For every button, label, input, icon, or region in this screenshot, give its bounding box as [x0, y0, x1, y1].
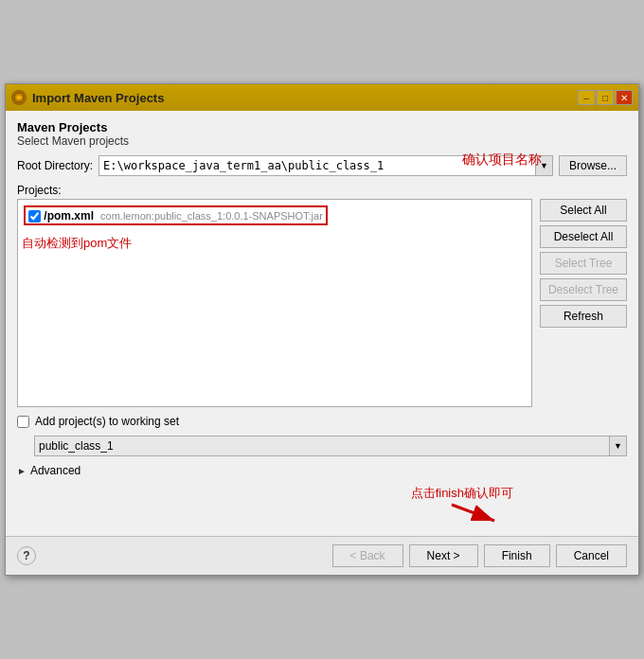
select-all-button[interactable]: Select All — [540, 199, 627, 222]
working-set-label: Add project(s) to working set — [35, 415, 179, 428]
project-item: /pom.xml com.lemon:public_class_1:0.0.1-… — [22, 204, 528, 227]
cancel-button[interactable]: Cancel — [556, 544, 627, 567]
working-set-combo[interactable]: ▼ — [34, 436, 627, 456]
working-set-input[interactable] — [35, 436, 609, 455]
nav-buttons: < Back Next > Finish Cancel — [332, 544, 627, 567]
project-checkbox[interactable] — [28, 210, 41, 223]
projects-buttons: Select All Deselect All Select Tree Dese… — [540, 199, 627, 407]
bottom-bar: ? < Back Next > Finish Cancel — [6, 536, 638, 575]
help-button[interactable]: ? — [17, 546, 36, 565]
working-set-combo-row: ▼ — [34, 436, 627, 456]
working-set-row: Add project(s) to working set — [17, 415, 627, 428]
close-button[interactable]: ✕ — [616, 90, 633, 105]
title-bar: Import Maven Projects – □ ✕ — [6, 84, 638, 111]
section-header-area: Maven Projects Select Maven projects — [17, 120, 627, 148]
select-tree-button[interactable]: Select Tree — [540, 252, 627, 275]
dialog-content: Maven Projects Select Maven projects Roo… — [6, 111, 638, 536]
minimize-button[interactable]: – — [578, 90, 595, 105]
root-dir-combo[interactable]: ▼ — [98, 155, 553, 176]
next-button[interactable]: Next > — [409, 544, 478, 567]
projects-area: /pom.xml com.lemon:public_class_1:0.0.1-… — [17, 199, 627, 407]
project-item-name: /pom.xml — [41, 209, 94, 223]
advanced-expand-arrow: ► — [17, 466, 27, 476]
advanced-label: Advanced — [30, 464, 80, 477]
import-maven-dialog: Import Maven Projects – □ ✕ Maven Projec… — [5, 83, 639, 576]
root-dir-row: Root Directory: ▼ Browse... 确认项目名称 — [17, 155, 627, 176]
root-dir-dropdown-arrow[interactable]: ▼ — [535, 156, 552, 175]
deselect-all-button[interactable]: Deselect All — [540, 225, 627, 248]
root-dir-label: Root Directory: — [17, 159, 93, 172]
browse-button[interactable]: Browse... — [559, 155, 627, 176]
projects-label: Projects: — [17, 184, 627, 197]
refresh-button[interactable]: Refresh — [540, 305, 627, 328]
red-arrow-svg — [447, 500, 504, 526]
pom-item-box: /pom.xml com.lemon:public_class_1:0.0.1-… — [24, 205, 328, 225]
svg-line-2 — [452, 505, 494, 521]
window-icon — [11, 90, 27, 105]
advanced-row[interactable]: ► Advanced — [17, 464, 627, 477]
section-title: Maven Projects — [17, 120, 627, 134]
maximize-button[interactable]: □ — [597, 90, 614, 105]
section-subtitle: Select Maven projects — [17, 134, 627, 148]
finish-annotation-area: 点击finish确认即可 — [17, 485, 627, 526]
root-dir-input[interactable] — [99, 156, 535, 175]
working-set-dropdown-arrow[interactable]: ▼ — [609, 436, 626, 455]
project-item-artifact: com.lemon:public_class_1:0.0.1-SNAPSHOT:… — [98, 210, 323, 222]
back-button[interactable]: < Back — [332, 544, 403, 567]
window-title: Import Maven Projects — [32, 91, 164, 105]
finish-button[interactable]: Finish — [484, 544, 550, 567]
dialog-wrapper: Import Maven Projects – □ ✕ Maven Projec… — [5, 83, 639, 576]
deselect-tree-button[interactable]: Deselect Tree — [540, 278, 627, 301]
projects-section: Projects: /pom.xml com.lemon:public_clas… — [17, 184, 627, 407]
projects-list: /pom.xml com.lemon:public_class_1:0.0.1-… — [17, 199, 532, 407]
title-bar-left: Import Maven Projects — [11, 90, 164, 105]
annotation-auto-detect: 自动检测到pom文件 — [22, 235, 528, 252]
window-controls: – □ ✕ — [578, 90, 633, 105]
working-set-checkbox[interactable] — [17, 416, 29, 428]
